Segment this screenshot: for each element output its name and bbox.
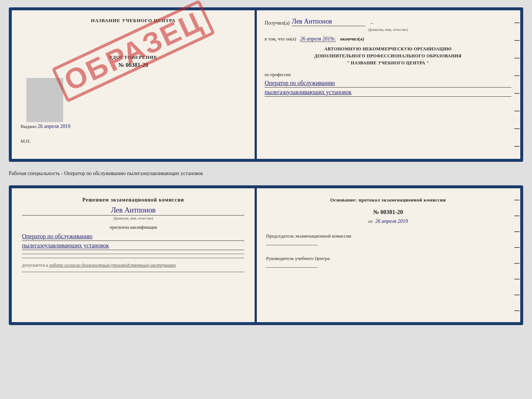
dash-right: – [370, 20, 373, 26]
side-line-5 [514, 93, 520, 94]
b-side-line-6 [514, 279, 520, 279]
ot-label: от [368, 218, 373, 224]
bottom-cert-right-page: Основание: протокол экзаменационной коми… [256, 188, 520, 322]
predsedatel-sign-line [266, 245, 317, 245]
okonchill-label: окончил(а) [340, 36, 364, 42]
ot-date-value: 26 апреля 2019 [375, 218, 408, 224]
divider-2 [22, 258, 244, 258]
divider-1 [22, 254, 244, 254]
side-line-8 [514, 146, 520, 147]
b-side-line-8 [514, 310, 520, 311]
b-side-line-2 [514, 215, 520, 216]
cert-title: НАЗВАНИЕ УЧЕБНОГО ЦЕНТРА [21, 18, 246, 24]
udostoverenie-block: УДОСТОВЕРЕНИЕ № 00381-20 [109, 54, 157, 68]
bottom-name: Лев Антпонов [22, 206, 244, 214]
poluchil-line: Получил(а) Лев Антпонов – [265, 18, 511, 26]
org-line3: " НАЗВАНИЕ УЧЕБНОГО ЦЕНТРА " [265, 60, 511, 67]
vtom-line: в том, что он(а) 26 апреля 2019г. окончи… [265, 36, 511, 42]
resheniem-header: Решением экзаменационной комиссии [22, 197, 244, 203]
protocol-number: № 00381-20 [266, 209, 510, 215]
b-side-line-7 [514, 295, 520, 295]
predsedatel-label: Председатель экзаменационной комиссии [266, 233, 510, 239]
b-side-line-3 [514, 231, 520, 232]
mp-line: М.П. [21, 138, 30, 144]
rukovoditel-sign-line [266, 267, 317, 268]
prisvoena-label: присвоена квалификация [22, 225, 244, 230]
poluchil-label: Получил(а) [265, 20, 290, 26]
dopuskaetsya-text: работе согласно должностным (производств… [49, 263, 176, 268]
org-line1: АВТОНОМНУЮ НЕКОММЕРЧЕСКУЮ ОРГАНИЗАЦИЮ [265, 46, 511, 53]
udostoverenie-label: УДОСТОВЕРЕНИЕ [109, 54, 157, 60]
side-line-3 [514, 58, 520, 58]
side-line-7 [514, 128, 520, 129]
qual-line2: пылегазоулавливающих установок [22, 242, 244, 250]
side-decorative-lines [514, 10, 520, 159]
dopuskaetsya-label: допускается к [22, 263, 48, 268]
top-cert-right-page: Получил(а) Лев Антпонов – (фамилия, имя,… [256, 10, 520, 159]
b-side-line-4 [514, 247, 520, 248]
bottom-certificate-book: Решением экзаменационной комиссии Лев Ан… [9, 185, 523, 325]
b-side-line-1 [514, 200, 520, 200]
poluchil-name: Лев Антпонов [292, 18, 365, 26]
org-block: АВТОНОМНУЮ НЕКОММЕРЧЕСКУЮ ОРГАНИЗАЦИЮ ДО… [265, 46, 511, 67]
page-wrapper: НАЗВАНИЕ УЧЕБНОГО ЦЕНТРА ОБРАЗЕЦ УДОСТОВ… [9, 7, 523, 325]
ot-date-line: от 26 апреля 2019 [266, 218, 510, 224]
rukovoditel-label: Руководитель учебного Центра [266, 256, 510, 261]
divider-3 [22, 272, 244, 272]
stamp-text: ОБРАЗЕЦ [51, 0, 215, 103]
vtom-date: 26 апреля 2019г. [300, 36, 336, 42]
top-certificate-book: НАЗВАНИЕ УЧЕБНОГО ЦЕНТРА ОБРАЗЕЦ УДОСТОВ… [9, 7, 523, 162]
b-side-line-5 [514, 263, 520, 264]
top-cert-left-page: НАЗВАНИЕ УЧЕБНОГО ЦЕНТРА ОБРАЗЕЦ УДОСТОВ… [12, 10, 256, 159]
fio-subtitle: (фамилия, имя, отчество) [265, 28, 511, 32]
org-line2: ДОПОЛНИТЕЛЬНОГО ПРОФЕССИОНАЛЬНОГО ОБРАЗО… [265, 53, 511, 60]
osnovanie-header: Основание: протокол экзаменационной коми… [266, 197, 510, 203]
separator-text: Рабочая специальность - Оператор по обсл… [9, 168, 523, 179]
side-line-6 [514, 111, 520, 111]
vtom-label: в том, что он(а) [265, 36, 296, 42]
side-line-1 [514, 22, 520, 23]
bottom-cert-left-page: Решением экзаменационной комиссии Лев Ан… [12, 188, 256, 322]
qual-line1: Оператор по обслуживанию [22, 233, 244, 241]
vydano-line: Выдано 26 апреля 2019 [21, 124, 246, 129]
vydano-label: Выдано [21, 124, 36, 129]
bottom-fio-sub: (фамилия, имя, отчество) [22, 215, 244, 220]
predsedatel-block: Председатель экзаменационной комиссии [266, 233, 510, 245]
side-line-2 [514, 40, 520, 41]
vydano-date: 26 апреля 2019 [38, 124, 71, 129]
profession-line1: Оператор по обслуживанию [265, 80, 511, 88]
photo-placeholder [26, 78, 63, 122]
udostoverenie-number: № 00381-20 [109, 62, 157, 68]
side-line-4 [514, 75, 520, 76]
po-professii-label: по профессии [265, 72, 511, 78]
profession-line2: пылегазоулавливающих установок [265, 89, 511, 97]
dopuskaetsya-block: допускается к работе согласно должностны… [22, 263, 244, 268]
rukovoditel-block: Руководитель учебного Центра [266, 256, 510, 268]
bottom-side-decorative-lines [514, 188, 520, 322]
